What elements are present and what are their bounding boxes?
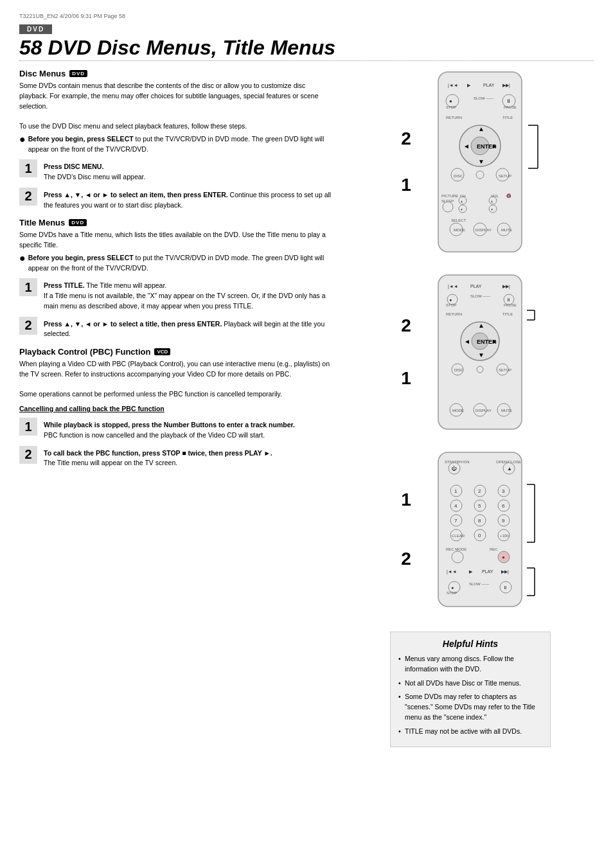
page-title: 58 DVD Disc Menus, Title Menus: [19, 37, 594, 59]
diagram3-step1-label: 1: [400, 490, 413, 510]
title-menus-section: Title Menus DVD Some DVDs have a Title m…: [19, 218, 334, 339]
svg-text:SETUP: SETUP: [499, 174, 511, 178]
svg-text:5: 5: [478, 503, 481, 509]
title-menus-bullet: ● Before you begin, press SELECT to put …: [19, 253, 334, 274]
svg-text:●: ●: [451, 585, 454, 590]
svg-text:SETUP: SETUP: [499, 368, 511, 372]
svg-text:PICTURE: PICTURE: [441, 194, 458, 198]
svg-text:CLEAR: CLEAR: [452, 534, 465, 538]
svg-text:+100: +100: [500, 534, 509, 538]
diagram1-step1-label: 1: [400, 175, 413, 195]
svg-text:2: 2: [478, 488, 481, 494]
svg-text:PLAY: PLAY: [482, 569, 493, 574]
hints-title: Helpful Hints: [398, 639, 542, 649]
pbc-cancel-heading: Cancelling and calling back the PBC func…: [19, 405, 334, 412]
svg-text:|◄◄: |◄◄: [448, 83, 458, 88]
svg-text:SELECT: SELECT: [451, 218, 466, 222]
remote-svg-1: |◄◄ ▶ PLAY ▶▶| ● STOP SLOW —— ⏸ PAUSE RE…: [419, 69, 541, 255]
svg-text:▲: ▲: [460, 199, 463, 203]
page-header: T3221UB_EN2 4/20/06 9:31 PM Page 58: [19, 13, 594, 19]
svg-text:DISC: DISC: [454, 174, 463, 178]
svg-text:DISPLAY: DISPLAY: [475, 228, 492, 232]
svg-point-28: [443, 202, 453, 212]
svg-text:3: 3: [502, 488, 505, 494]
svg-text:RETURN: RETURN: [446, 312, 462, 316]
svg-text:SLOW ——: SLOW ——: [469, 582, 489, 586]
svg-text:⏸: ⏸: [506, 98, 511, 104]
right-column: 2 1 |◄◄ ▶ PLAY ▶▶| ● STOP SLOW ——: [347, 69, 594, 747]
diagram2-step2-label: 2: [400, 315, 413, 336]
svg-text:STOP: STOP: [447, 591, 457, 595]
hints-list: Menus vary among discs. Follow the infor…: [398, 654, 542, 736]
svg-text:●: ●: [449, 297, 452, 302]
svg-text:1: 1: [454, 488, 458, 494]
remote-diagram-3: 1 2 STANDBY/ON ⏻ OPEN/CLOSE ▲ 1: [400, 449, 541, 610]
svg-text:CH: CH: [460, 194, 466, 198]
svg-text:6: 6: [502, 503, 505, 509]
disc-menus-bullet: ● Before you begin, press SELECT to put …: [19, 134, 334, 155]
disc-menus-intro: Some DVDs contain menus that describe th…: [19, 81, 334, 154]
svg-text:PAUSE: PAUSE: [504, 105, 517, 109]
pbc-step2-box: 2: [19, 446, 37, 464]
pbc-section: Playback Control (PBC) Function VCD When…: [19, 347, 334, 468]
svg-text:⏸: ⏸: [503, 585, 508, 590]
svg-text:▲: ▲: [478, 322, 484, 329]
remote-diagram-2: 2 1 |◄◄ PLAY ▶▶| ● STOP SLOW —— ⏸ PAUSE: [400, 272, 541, 432]
hints-item-3: Some DVDs may refer to chapters as "scen…: [398, 692, 542, 722]
diagram2-step1-label: 1: [400, 368, 413, 389]
title-divider: [19, 60, 594, 61]
diagram1-step2-label: 2: [400, 128, 413, 149]
svg-text:⏻: ⏻: [451, 466, 457, 472]
svg-text:4: 4: [454, 503, 458, 509]
svg-text:►: ►: [492, 143, 498, 150]
svg-text:|◄◄: |◄◄: [447, 569, 457, 574]
svg-text:▼: ▼: [478, 158, 484, 165]
pbc-heading: Playback Control (PBC) Function VCD: [19, 347, 334, 357]
svg-text:▼: ▼: [490, 208, 493, 211]
svg-text:►: ►: [492, 338, 498, 345]
svg-text:8: 8: [478, 518, 481, 524]
helpful-hints-box: Helpful Hints Menus vary among discs. Fo…: [390, 632, 551, 747]
svg-text:7: 7: [454, 518, 458, 524]
title-step1-box: 1: [19, 278, 37, 296]
svg-text:TITLE: TITLE: [502, 312, 513, 316]
svg-text:9: 9: [502, 518, 505, 524]
svg-text:MUTE: MUTE: [501, 228, 512, 232]
svg-text:REC: REC: [490, 547, 498, 551]
svg-text:▲: ▲: [478, 125, 484, 132]
svg-text:MODE: MODE: [452, 409, 464, 412]
svg-point-25: [476, 171, 484, 179]
title-menus-step1: 1 Press TITLE. The Title menu will appea…: [19, 278, 334, 311]
header-left: T3221UB_EN2 4/20/06 9:31 PM Page 58: [19, 13, 125, 19]
svg-text:●: ●: [449, 98, 452, 104]
disc-menus-step1: 1 Press DISC MENU.The DVD's Disc menu wi…: [19, 159, 334, 182]
disc-menus-step2: 2 Press ▲, ▼, ◄ or ► to select an item, …: [19, 188, 334, 211]
svg-text:●: ●: [502, 554, 505, 560]
pbc-step1: 1 While playback is stopped, press the N…: [19, 418, 334, 441]
svg-text:SLOW ——: SLOW ——: [470, 294, 490, 298]
svg-text:PAUSE: PAUSE: [504, 303, 517, 307]
dvd-badge-bar: DVD: [19, 24, 594, 37]
svg-text:|◄◄: |◄◄: [448, 284, 458, 289]
remote-svg-3: STANDBY/ON ⏻ OPEN/CLOSE ▲ 1 2 3 4: [419, 449, 541, 610]
remote-diagram-1: 2 1 |◄◄ ▶ PLAY ▶▶| ● STOP SLOW ——: [400, 69, 541, 255]
svg-text:▲: ▲: [507, 466, 512, 472]
svg-text:⏸: ⏸: [506, 297, 511, 302]
svg-text:🔇: 🔇: [506, 193, 511, 199]
svg-text:VOL: VOL: [491, 194, 499, 198]
title-menus-heading: Title Menus DVD: [19, 218, 334, 227]
title-step2-box: 2: [19, 317, 37, 335]
title-menus-step2: 2 Press ▲, ▼, ◄ or ► to select a title, …: [19, 317, 334, 340]
svg-text:DISPLAY: DISPLAY: [475, 409, 492, 412]
disc-menus-section: Disc Menus DVD Some DVDs contain menus t…: [19, 69, 334, 210]
disc-menus-heading: Disc Menus DVD: [19, 69, 334, 78]
left-column: Disc Menus DVD Some DVDs contain menus t…: [19, 69, 334, 747]
pbc-intro: When playing a Video CD with PBC (Playba…: [19, 359, 334, 400]
svg-text:◄: ◄: [464, 338, 470, 345]
svg-text:PLAY: PLAY: [470, 284, 482, 288]
svg-text:SLOW ——: SLOW ——: [474, 96, 493, 100]
main-layout: Disc Menus DVD Some DVDs contain menus t…: [19, 69, 594, 747]
svg-text:STOP: STOP: [446, 105, 456, 109]
svg-text:RETURN: RETURN: [446, 116, 462, 120]
svg-point-117: [452, 551, 463, 563]
